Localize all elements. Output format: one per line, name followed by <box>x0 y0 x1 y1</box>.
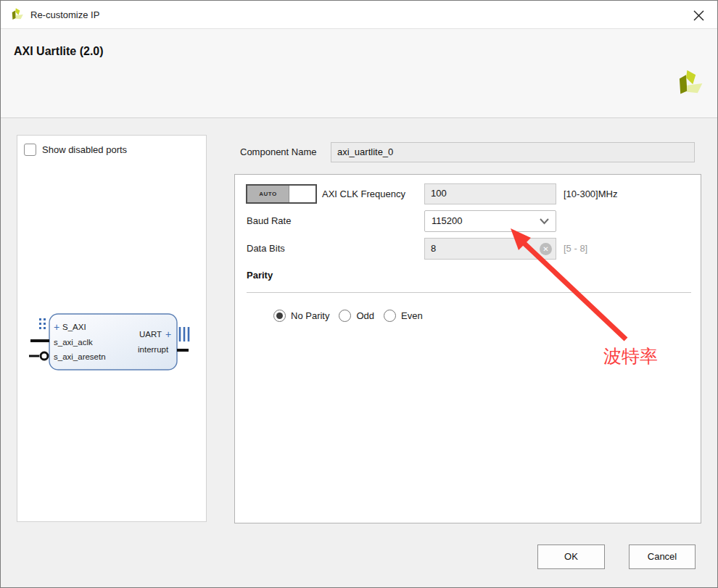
radio-no-parity[interactable]: No Parity <box>273 310 329 322</box>
ports-panel: Show disabled ports <box>17 135 207 522</box>
baud-rate-label: Baud Rate <box>247 211 291 231</box>
baud-rate-value: 115200 <box>432 215 462 226</box>
data-bits-field[interactable]: 8 ✕ <box>424 238 556 260</box>
radio-no-parity-circle[interactable] <box>273 310 286 322</box>
data-bits-label: Data Bits <box>247 239 285 259</box>
baud-rate-dropdown[interactable]: 115200 <box>424 210 556 232</box>
axi-clk-frequency-field[interactable]: 100 <box>424 183 556 204</box>
header: AXI Uartlite (2.0) i Documentation IP Lo… <box>1 29 717 118</box>
parity-divider <box>247 292 691 293</box>
auto-toggle[interactable]: AUTO <box>246 184 317 204</box>
data-bits-value: 8 <box>431 243 436 254</box>
axi-clk-range: [10-300]MHz <box>564 184 617 204</box>
titlebar: Re-customize IP <box>1 1 717 29</box>
radio-even-circle[interactable] <box>384 310 396 322</box>
port-s-axi-aclk: s_axi_aclk <box>54 338 93 347</box>
xilinx-logo-icon <box>9 7 24 22</box>
recustomize-ip-dialog: Re-customize IP AXI Uartlite (2.0) i Doc… <box>0 0 718 588</box>
port-s-axi: S_AXI <box>62 323 86 331</box>
s-axi-plus-icon[interactable]: + <box>54 321 59 333</box>
aresetn-pin-icon <box>29 352 48 360</box>
parity-radio-group: No Parity Odd Even <box>273 310 432 322</box>
port-interrupt: interrupt <box>138 345 169 354</box>
chevron-down-icon <box>540 218 549 225</box>
close-icon <box>693 10 704 21</box>
window-title: Re-customize IP <box>30 9 99 20</box>
radio-even[interactable]: Even <box>384 310 423 322</box>
auto-toggle-label: AUTO <box>247 186 289 202</box>
ip-title: AXI Uartlite (2.0) <box>14 45 104 58</box>
axi-clk-frequency-label: AXI CLK Frequency <box>322 184 405 204</box>
annotation-text: 波特率 <box>603 344 658 368</box>
ok-button[interactable]: OK <box>537 544 605 569</box>
s-axi-connector-icon <box>39 318 46 329</box>
clear-icon[interactable]: ✕ <box>540 243 552 255</box>
radio-odd-circle[interactable] <box>339 310 351 322</box>
radio-even-label: Even <box>401 310 423 321</box>
uart-plus-icon[interactable]: + <box>165 328 171 340</box>
component-name-label: Component Name <box>240 142 317 162</box>
data-bits-range: [5 - 8] <box>564 239 587 259</box>
port-s-axi-aresetn: s_axi_aresetn <box>54 352 106 361</box>
parity-section-title: Parity <box>247 270 273 281</box>
xilinx-brand-logo <box>674 68 704 99</box>
component-name-field[interactable]: axi_uartlite_0 <box>331 142 695 162</box>
ip-block-diagram: + S_AXI s_axi_aclk s_axi_aresetn UART + … <box>17 136 207 523</box>
close-button[interactable] <box>690 7 707 24</box>
cancel-button[interactable]: Cancel <box>629 544 696 569</box>
main-area: Show disabled ports <box>1 118 717 588</box>
radio-odd-label: Odd <box>356 310 374 321</box>
radio-odd[interactable]: Odd <box>339 310 374 322</box>
radio-no-parity-label: No Parity <box>291 310 329 321</box>
uart-connector-icon <box>180 327 189 341</box>
port-uart: UART <box>139 330 162 339</box>
